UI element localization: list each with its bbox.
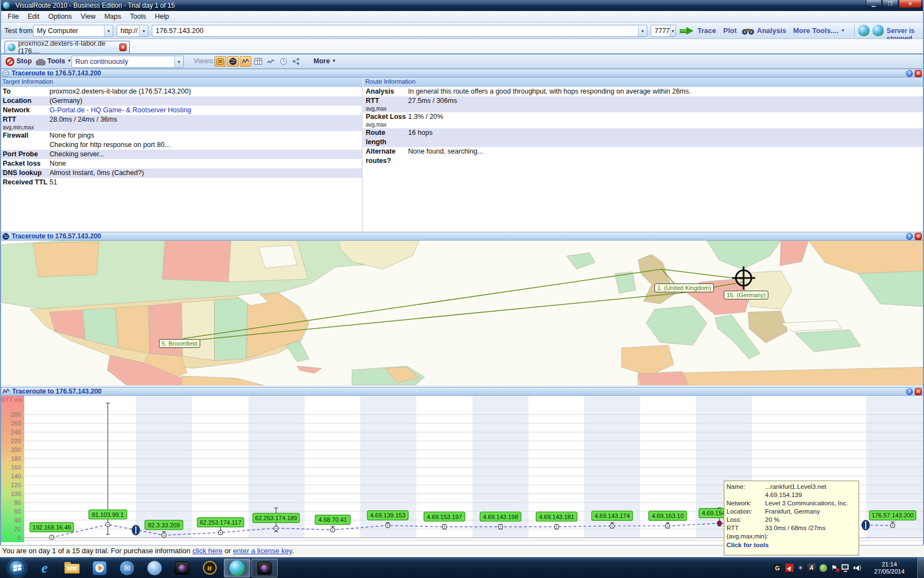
trace-arrow-icon[interactable] — [680, 28, 694, 35]
binoculars-icon[interactable] — [741, 28, 755, 35]
collapsed-hops-icon[interactable] — [862, 520, 870, 530]
server-globe-icon[interactable] — [872, 25, 884, 36]
tab-close-icon[interactable]: ✕ — [119, 43, 127, 51]
info-label: Route length — [363, 128, 407, 147]
chevron-down-icon[interactable]: ▼ — [670, 25, 675, 36]
more-tools-button[interactable]: More Tools.... ▼ — [793, 26, 845, 35]
port-select[interactable]: 7777▼ — [651, 25, 676, 37]
purchase-link[interactable]: click here — [193, 547, 223, 555]
info-label: Port Probe — [0, 150, 48, 159]
start-orb[interactable] — [4, 559, 30, 577]
map-hop-label[interactable]: 15. (Germany) — [724, 291, 768, 299]
help-icon[interactable]: ? — [906, 388, 913, 395]
hop-marker-192.168.16.46[interactable]: 192.168.16.46 — [30, 522, 74, 539]
map-view-icon[interactable] — [227, 56, 239, 67]
toolbox-icon[interactable] — [36, 58, 46, 66]
windows-explorer-icon[interactable] — [59, 559, 85, 577]
close-panel-icon[interactable]: ✕ — [915, 388, 922, 395]
clock-view-icon[interactable] — [278, 56, 289, 67]
winamp-icon[interactable]: u — [196, 559, 223, 577]
network-status-icon[interactable] — [842, 564, 850, 572]
hop-marker-62.253.174.117[interactable]: 62.253.174.117 — [197, 517, 244, 535]
camera-app-icon-2[interactable] — [251, 559, 278, 577]
tab-proxmox2[interactable]: proxmox2.dexters-it-labor.de (176.... ✕ — [4, 41, 130, 53]
taskbar-clock[interactable]: 21:14 27/05/2014 — [866, 561, 913, 575]
info-value: Checking server... — [48, 150, 362, 159]
tools-button[interactable]: Tools ▼ — [47, 57, 72, 65]
report-view-icon[interactable] — [215, 56, 226, 67]
chevron-down-icon[interactable]: ▼ — [139, 25, 148, 36]
ati-tray-icon[interactable]: A — [807, 564, 816, 572]
stop-button[interactable]: Stop — [16, 57, 32, 65]
address-input[interactable]: 176.57.143.200▼ — [152, 25, 647, 37]
chevron-down-icon[interactable]: ▼ — [104, 25, 113, 36]
svg-text:4.69.143.174: 4.69.143.174 — [595, 512, 630, 519]
close-panel-icon[interactable]: ✕ — [915, 70, 922, 77]
map-hop-label[interactable]: 1. (United Kingdom) — [654, 283, 714, 292]
menu-file[interactable]: File — [3, 12, 23, 21]
svg-text:62.253.174.189: 62.253.174.189 — [255, 515, 297, 521]
collapsed-hops-icon[interactable] — [132, 525, 140, 535]
hop-marker-4.68.70.41[interactable]: 4.68.70.41 — [315, 515, 350, 532]
chevron-down-icon[interactable]: ▼ — [638, 25, 647, 36]
info-value: proxmox2.dexters-it-labor.de (176.57.143… — [48, 87, 362, 96]
help-icon[interactable]: ? — [906, 233, 913, 240]
info-value: 16 hops — [407, 128, 924, 138]
show-desktop-button[interactable] — [917, 558, 924, 578]
clock-time: 21:14 — [866, 561, 913, 568]
chevron-down-icon[interactable]: ▼ — [174, 56, 183, 67]
visualroute-icon[interactable] — [224, 559, 250, 577]
web-globe-icon[interactable] — [858, 25, 870, 36]
plot-button[interactable]: Plot — [723, 26, 737, 35]
map-hop-label[interactable]: 5. Broomfield — [159, 339, 200, 348]
internet-explorer-icon[interactable]: e — [31, 559, 58, 577]
menu-options[interactable]: Options — [44, 12, 76, 21]
media-player-icon[interactable] — [86, 559, 113, 577]
tooltip-click-for-tools[interactable]: Click for tools — [727, 541, 856, 549]
close-button[interactable]: ✕ — [899, 0, 922, 8]
headset-icon[interactable] — [820, 564, 827, 572]
menu-maps[interactable]: Maps — [100, 12, 126, 21]
app-icon — [3, 2, 10, 9]
trace-button[interactable]: Trace — [697, 26, 716, 35]
protocol-select[interactable]: http://▼ — [117, 25, 148, 37]
hop-marker-81.103.99.1[interactable]: 81.103.99.1 — [89, 403, 127, 534]
graph-view-icon[interactable] — [240, 56, 251, 67]
menu-view[interactable]: View — [76, 12, 100, 21]
license-key-link[interactable]: enter a license key — [233, 547, 292, 555]
pointer-device-icon[interactable] — [785, 564, 794, 572]
menu-tools[interactable]: Tools — [125, 12, 150, 21]
logitech-icon[interactable]: G — [773, 564, 782, 572]
hop-tooltip[interactable]: Name:...rankfurt1.Level3.net4.69.154.139… — [724, 481, 859, 555]
run-mode-select[interactable]: Run continuously▼ — [72, 56, 184, 68]
rtt-tick-label: 80 — [2, 499, 21, 506]
rtt-tick-label: 240 — [2, 429, 21, 435]
stop-icon[interactable] — [6, 57, 14, 66]
minimize-button[interactable]: ▁ — [866, 0, 882, 8]
help-icon[interactable]: ? — [906, 70, 913, 77]
menu-help[interactable]: Help — [150, 12, 173, 21]
table-view-icon[interactable] — [252, 56, 264, 67]
analysis-button[interactable]: Analysis — [757, 26, 786, 35]
satellite-icon[interactable]: ✶ — [798, 564, 804, 572]
lineplot-view-icon[interactable] — [265, 56, 277, 67]
test-from-select[interactable]: My Computer▼ — [33, 25, 113, 37]
volume-icon[interactable]: ) — [854, 565, 861, 571]
menu-edit[interactable]: Edit — [23, 12, 44, 21]
tree-view-icon[interactable] — [290, 56, 302, 67]
system-tray: G✶A⚑✖) — [773, 564, 861, 572]
info-label: Network — [0, 106, 48, 115]
more-button[interactable]: More ▼ — [314, 57, 336, 65]
thunderbird-icon[interactable]: ✉ — [114, 559, 140, 577]
target-information-column: Target Information Toproxmox2.dexters-it… — [0, 78, 362, 232]
restore-button[interactable]: ❐ — [882, 0, 898, 8]
tooltip-row: (avg,max,min): — [727, 532, 856, 541]
network-link[interactable]: G-Portal.de - HQ Game- & Rootserver Host… — [48, 106, 362, 115]
close-panel-icon[interactable]: ✕ — [915, 233, 922, 240]
action-center-flag-icon[interactable]: ⚑✖ — [831, 564, 838, 572]
camera-app-icon[interactable] — [169, 559, 195, 577]
taskbar: e✉u G✶A⚑✖) 21:14 27/05/2014 — [0, 557, 924, 578]
world-map[interactable]: 5. Broomfield1. (United Kingdom)15. (Ger… — [0, 241, 924, 385]
route-information-column: Route Information AnalysisIn general thi… — [363, 78, 924, 232]
chromium-icon[interactable] — [141, 559, 168, 577]
